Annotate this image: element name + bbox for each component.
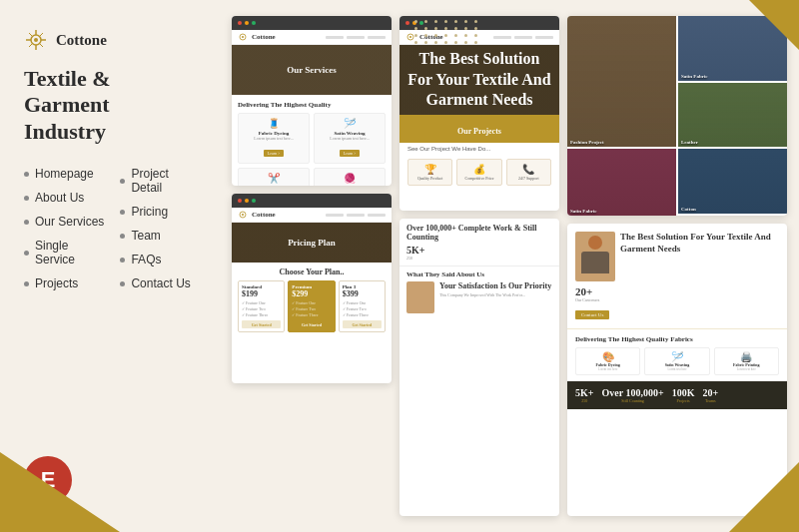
cta-text-3: Get Started	[352, 322, 372, 327]
project-icon-support: 📞 24/7 Support	[506, 159, 551, 186]
projects-title-text: Our Projects	[457, 127, 501, 136]
feature: ✓ Feature Three	[343, 312, 382, 318]
stat-dark-num-2: Over 100,000+	[601, 387, 663, 398]
nav-dot-1	[326, 36, 344, 39]
screens-grid: Cottone Our Services Delivering The High…	[232, 16, 787, 516]
dot-yellow-p	[245, 199, 249, 203]
project-icon-label-3: 24/7 Support	[513, 176, 544, 181]
stats-section: Over 100,000+ Complete Work & Still Coun…	[400, 219, 559, 266]
screen-nav-dots	[326, 36, 386, 39]
quality-desc-1: Lorem text here	[579, 367, 636, 371]
proj-nav-dots	[493, 36, 553, 39]
dot-red	[238, 21, 242, 25]
img-label-2: Satin Fabric	[681, 74, 708, 79]
tagline: Textile & Garment Industry	[24, 66, 196, 145]
nav-item-project-detail[interactable]: Project Detail	[120, 167, 196, 195]
stat-label-250: 250	[406, 256, 424, 261]
img-cell-2: Satin Fabric	[678, 16, 787, 81]
nav-item-contact[interactable]: Contact Us	[120, 276, 196, 290]
testimonial-body: This Company We Improved With The Work P…	[439, 292, 551, 298]
pricing-cta-1[interactable]: Get Started	[242, 320, 281, 328]
stat-dark-label-1: 250	[575, 398, 593, 403]
right-col: Fashion Project Satin Fabric Leather Sat…	[567, 16, 787, 516]
logo-icon	[24, 28, 48, 52]
dot-green	[252, 21, 256, 25]
testimonial-section: What They Said About Us Your Satisfactio…	[400, 266, 559, 317]
person-body	[581, 252, 609, 273]
learn-btn-2[interactable]: Learn >	[340, 150, 361, 157]
stats-title: Over 100,000+ Complete Work & Still Coun…	[406, 224, 552, 242]
dot-green-p	[252, 199, 256, 203]
img-label-3: Leather	[681, 140, 698, 145]
weaving-icon: 🪡	[318, 118, 382, 129]
page-wrapper: Cottone Textile & Garment Industry Homep…	[0, 0, 799, 532]
person-head	[588, 236, 602, 250]
price-icon-sym: 💰	[463, 164, 494, 175]
nav-item-pricing[interactable]: Pricing	[120, 205, 196, 219]
pricing-logo-name: Cottone	[252, 211, 276, 219]
feature: ✓ Feature Three	[292, 312, 331, 318]
nav-item-team[interactable]: Team	[120, 229, 196, 243]
pricing-cols: Standard $199 ✓ Feature One ✓ Feature Tw…	[238, 280, 386, 332]
stitching-icon: ✂️	[242, 173, 306, 184]
service-card-linen: 🧶 Linen Weaving Lorem ipsum...	[314, 168, 386, 186]
cta-text-2: Get Started	[302, 322, 322, 327]
left-screens-col: Cottone Our Services Delivering The High…	[232, 16, 392, 516]
p-nav-dot-1	[326, 214, 344, 217]
testimonial-heading: What They Said About Us	[406, 270, 552, 278]
services-screen: Cottone Our Services Delivering The High…	[232, 16, 392, 186]
projects-hero-title: The Best Solution For Your Textile And G…	[400, 41, 559, 119]
nav-item-homepage[interactable]: Homepage	[24, 167, 104, 181]
stat-dark-4: 20+ Teams	[702, 387, 718, 403]
nav-dot	[24, 172, 29, 177]
nav-item-projects[interactable]: Projects	[24, 276, 104, 290]
nav-item-about[interactable]: About Us	[24, 191, 104, 205]
screen-logo-bar: Cottone	[232, 30, 392, 45]
project-icon-label-1: Quality Product	[414, 176, 445, 181]
pricing-cta-2[interactable]: Get Started	[292, 320, 331, 328]
pricing-content: Choose Your Plan.. Standard $199 ✓ Featu…	[232, 263, 392, 337]
dot-red-proj	[405, 21, 409, 25]
pricing-cta-3[interactable]: Get Started	[343, 320, 382, 328]
quality-desc-2: Lorem text here	[648, 367, 705, 371]
satisfaction-title: Your Satisfaction Is Our Priority	[439, 281, 551, 290]
quality-title: Delivering The Highest Quality Fabrics	[575, 335, 779, 343]
stat-label: Our Customers	[575, 297, 599, 302]
support-icon-sym: 📞	[513, 164, 544, 175]
proj-nav-2	[514, 36, 532, 39]
proj-nav-1	[493, 36, 511, 39]
testimonial-content: Your Satisfaction Is Our Priority This C…	[406, 281, 552, 313]
svg-point-13	[242, 214, 244, 216]
stats-numbers: 5K+ 250	[406, 245, 552, 261]
img-label-5: Cotton	[681, 207, 696, 212]
services-content: Delivering The Highest Quality 🧵 Fabric …	[232, 95, 392, 186]
solution-stat-area: 20+ Our Customers	[575, 285, 779, 302]
service-cards-row2: ✂️ Garment Stitching Lorem ipsum... 🧶 Li…	[238, 168, 386, 186]
middle-col: Cottone The Best Solution For Your Texti…	[400, 16, 559, 516]
stat-num-5k: 5K+	[406, 245, 424, 256]
dyeing-icon: 🧵	[242, 118, 306, 129]
solution-text-area: The Best Solution For Your Textile And G…	[620, 232, 779, 281]
plan-price-2: $299	[292, 289, 331, 298]
svg-line-6	[29, 33, 33, 37]
dot-yellow	[245, 21, 249, 25]
nav-item-services[interactable]: Our Services	[24, 215, 104, 229]
card-text-2: Lorem ipsum text here...	[318, 136, 382, 141]
stat-5k: 5K+ 250	[406, 245, 424, 261]
nav-col-1: Homepage About Us Our Services Single Se…	[24, 167, 104, 428]
learn-btn[interactable]: Learn >	[264, 150, 285, 157]
nav-dot	[24, 196, 29, 201]
svg-point-11	[242, 36, 244, 38]
svg-line-8	[40, 33, 44, 37]
nav-item-faqs[interactable]: FAQs	[120, 253, 196, 266]
stat-dark-num-4: 20+	[702, 387, 718, 398]
nav-item-single-service[interactable]: Single Service	[24, 239, 104, 266]
pricing-features-1: ✓ Feature One ✓ Feature Two ✓ Feature Th…	[242, 300, 281, 318]
nav-columns: Homepage About Us Our Services Single Se…	[24, 167, 196, 428]
pricing-nav-dots	[326, 214, 386, 217]
project-icon-label-2: Competitive Price	[463, 176, 494, 181]
testimonial-text-area: Your Satisfaction Is Our Priority This C…	[439, 281, 551, 313]
nav-col-2: Project Detail Pricing Team FAQs Contact…	[120, 167, 196, 428]
quality-icon-3: 🖨️	[718, 351, 775, 362]
solution-cta-btn[interactable]: Contact Us	[575, 310, 609, 319]
